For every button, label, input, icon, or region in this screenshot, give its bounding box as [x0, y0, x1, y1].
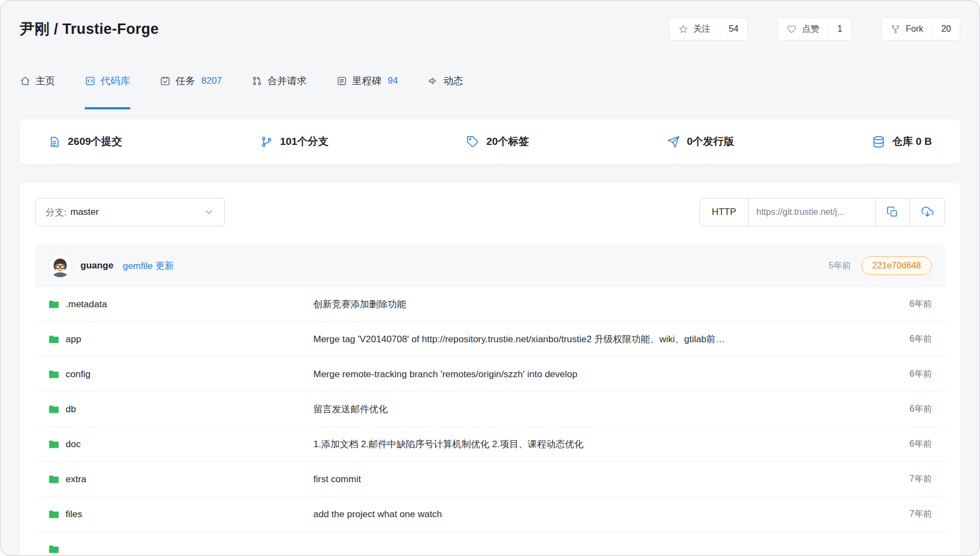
- branch-icon: [260, 136, 273, 148]
- file-commit-message[interactable]: 1.添加文档 2.邮件中缺陷序号计算机制优化 2.项目、课程动态优化: [313, 438, 909, 450]
- branch-value: master: [71, 207, 99, 218]
- stat-label: 仓库 0 B: [892, 134, 932, 149]
- file-row: .metadata 创新竞赛添加删除功能 6年前: [35, 287, 945, 322]
- file-name[interactable]: app: [66, 334, 81, 345]
- file-name[interactable]: db: [66, 404, 76, 415]
- file-commit-message[interactable]: first commit: [313, 474, 909, 485]
- stat-label: 101个分支: [280, 134, 329, 149]
- file-name[interactable]: .metadata: [66, 299, 107, 310]
- repo-nav: 主页 代码库 任务 8207 合并请求 里程碑 94: [1, 74, 979, 109]
- stat-commits[interactable]: 2609个提交: [48, 134, 122, 149]
- milestone-icon: [336, 75, 347, 86]
- tab-tasks[interactable]: 任务 8207: [160, 74, 222, 109]
- stat-label: 2609个提交: [68, 134, 122, 149]
- file-name[interactable]: files: [66, 509, 82, 520]
- app-window: 尹刚 / Trustie-Forge 关注 54 点赞 1: [0, 0, 980, 556]
- like-label: 点赞: [802, 24, 819, 35]
- tab-activity[interactable]: 动态: [428, 74, 463, 109]
- stat-label: 20个标签: [486, 134, 529, 149]
- file-time: 6年前: [909, 438, 932, 450]
- commit-hash-badge[interactable]: 221e70d648: [861, 256, 932, 275]
- tab-code-repo[interactable]: 代码库: [85, 74, 130, 109]
- folder-icon: [48, 403, 60, 415]
- file-row: doc 1.添加文档 2.邮件中缺陷序号计算机制优化 2.项目、课程动态优化 6…: [35, 427, 945, 462]
- avatar[interactable]: [48, 254, 72, 278]
- tab-milestones[interactable]: 里程碑 94: [336, 74, 398, 109]
- repo-stats-bar: 2609个提交 101个分支 20个标签 0个发行版 仓库 0 B: [20, 119, 960, 164]
- tab-label: 代码库: [101, 74, 130, 87]
- chevron-down-icon: [203, 207, 214, 218]
- fork-label: Fork: [906, 24, 923, 34]
- file-commit-message[interactable]: 留言发送邮件优化: [313, 403, 909, 415]
- watch-label: 关注: [693, 24, 711, 35]
- latest-commit-bar: guange gemfile 更新 5年前 221e70d648: [35, 245, 945, 287]
- file-time: 6年前: [909, 299, 932, 310]
- folder-icon: [48, 299, 60, 310]
- commits-icon: [48, 136, 61, 148]
- protocol-select[interactable]: HTTP: [700, 198, 749, 226]
- folder-icon: [48, 368, 60, 380]
- download-button[interactable]: [910, 198, 944, 226]
- fork-button[interactable]: Fork 20: [881, 17, 960, 40]
- file-commit-message[interactable]: Merge tag 'V20140708' of http://reposito…: [313, 333, 909, 346]
- tab-label: 任务: [176, 74, 195, 87]
- tag-icon: [466, 136, 479, 148]
- like-count[interactable]: 1: [828, 18, 851, 40]
- stat-tags[interactable]: 20个标签: [466, 134, 529, 149]
- watch-count[interactable]: 54: [720, 18, 748, 40]
- watch-button[interactable]: 关注 54: [669, 17, 748, 40]
- folder-icon: [48, 508, 60, 520]
- file-commit-message[interactable]: add the project what one watch: [313, 509, 909, 520]
- fork-icon: [890, 24, 901, 34]
- tab-label: 合并请求: [267, 74, 307, 87]
- tab-tasks-count: 8207: [201, 75, 222, 86]
- stat-releases[interactable]: 0个发行版: [667, 134, 734, 149]
- file-row: app Merge tag 'V20140708' of http://repo…: [35, 322, 945, 357]
- file-row: [35, 532, 945, 556]
- branch-prefix: 分支:: [45, 206, 67, 219]
- file-commit-message[interactable]: 创新竞赛添加删除功能: [313, 298, 909, 311]
- file-list: .metadata 创新竞赛添加删除功能 6年前 app Merge tag '…: [35, 287, 945, 556]
- file-name[interactable]: extra: [66, 474, 86, 485]
- repo-toolbar: 分支: master HTTP: [35, 198, 945, 226]
- commit-author[interactable]: guange: [80, 260, 113, 271]
- tab-home[interactable]: 主页: [20, 74, 55, 109]
- stat-label: 0个发行版: [687, 134, 734, 149]
- repo-actions: 关注 54 点赞 1 Fork: [669, 17, 961, 40]
- file-name[interactable]: config: [66, 369, 90, 380]
- file-row: config Merge remote-tracking branch 'rem…: [35, 357, 945, 392]
- repo-title: 尹刚 / Trustie-Forge: [20, 19, 159, 39]
- task-icon: [160, 75, 171, 86]
- copy-button[interactable]: [876, 198, 910, 226]
- file-row: db 留言发送邮件优化 6年前: [35, 392, 945, 427]
- stat-branches[interactable]: 101个分支: [260, 134, 329, 149]
- stat-repo-size[interactable]: 仓库 0 B: [872, 134, 932, 149]
- tab-label: 动态: [444, 74, 463, 87]
- folder-icon: [48, 333, 60, 345]
- file-row: files add the project what one watch 7年前: [35, 497, 945, 532]
- copy-icon: [886, 206, 899, 218]
- file-name[interactable]: doc: [66, 439, 80, 450]
- fork-count[interactable]: 20: [932, 18, 960, 40]
- like-button[interactable]: 点赞 1: [777, 17, 851, 40]
- file-time: 7年前: [909, 473, 932, 485]
- branch-selector[interactable]: 分支: master: [35, 198, 225, 226]
- home-icon: [20, 75, 31, 86]
- folder-icon: [48, 438, 60, 450]
- file-time: 6年前: [909, 368, 932, 380]
- folder-icon: [48, 473, 60, 485]
- star-icon: [678, 24, 689, 34]
- clone-url-input[interactable]: [749, 198, 876, 226]
- database-icon: [872, 136, 885, 148]
- repo-header: 尹刚 / Trustie-Forge 关注 54 点赞 1: [1, 1, 979, 40]
- file-commit-message[interactable]: Merge remote-tracking branch 'remotes/or…: [313, 369, 909, 380]
- file-row: extra first commit 7年前: [35, 462, 945, 497]
- tab-merge-requests[interactable]: 合并请求: [252, 74, 307, 109]
- heart-icon: [786, 24, 797, 34]
- repo-files-card: 分支: master HTTP: [20, 183, 960, 556]
- commit-message-link[interactable]: gemfile 更新: [122, 260, 174, 272]
- release-icon: [667, 136, 680, 148]
- tab-label: 主页: [36, 74, 55, 87]
- file-time: 6年前: [909, 403, 932, 415]
- activity-icon: [428, 75, 439, 86]
